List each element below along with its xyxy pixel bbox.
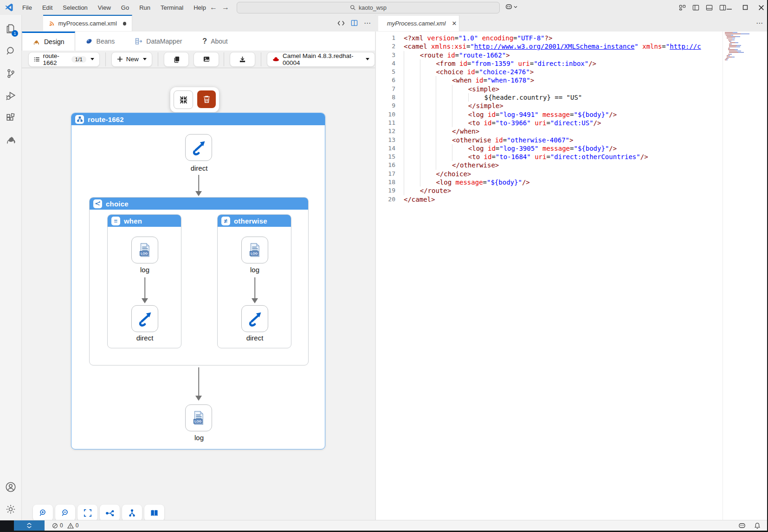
- code-line[interactable]: 9</simple>: [376, 102, 723, 110]
- code-line[interactable]: 15<to id="to-1684" uri="direct:otherCoun…: [376, 153, 723, 161]
- question-icon: ?: [202, 37, 207, 45]
- code-line[interactable]: 19</route>: [376, 186, 723, 195]
- copilot-button[interactable]: [505, 3, 517, 11]
- menu-selection[interactable]: Selection: [58, 3, 92, 13]
- customize-layout-icon[interactable]: [679, 4, 686, 11]
- toggle-panel-icon[interactable]: [706, 4, 713, 11]
- menu-run[interactable]: Run: [135, 3, 155, 13]
- code-line[interactable]: 10<log id="log-9491" message="${body}"/>: [376, 110, 723, 119]
- catalog-book-button[interactable]: [144, 505, 164, 520]
- close-button[interactable]: [758, 5, 764, 11]
- menu-help[interactable]: Help: [189, 3, 211, 13]
- explorer-icon[interactable]: 1: [0, 18, 21, 40]
- notifications-bell-icon[interactable]: [754, 522, 761, 529]
- when-container[interactable]: = when LOG log direct: [107, 214, 181, 348]
- code-line[interactable]: 4<from id="from-1359" uri="direct:inbox"…: [376, 59, 723, 68]
- choice-icon: [93, 199, 102, 208]
- code-line[interactable]: 20</camel>: [376, 195, 723, 204]
- tab-about[interactable]: ? About: [192, 32, 238, 51]
- menu-view[interactable]: View: [93, 3, 116, 13]
- copy-route-button[interactable]: [164, 52, 189, 67]
- more-actions-icon[interactable]: ⋯: [364, 19, 371, 27]
- code-line[interactable]: 11<to id="to-3966" uri="direct:US"/>: [376, 119, 723, 127]
- extensions-icon[interactable]: [0, 107, 21, 129]
- more-actions-icon[interactable]: ⋯: [756, 19, 763, 27]
- node-log-otherwise[interactable]: LOG: [241, 237, 268, 263]
- new-route-button[interactable]: New: [111, 52, 152, 67]
- remote-indicator[interactable]: [14, 520, 45, 531]
- route-container[interactable]: route-1662 direct choice: [71, 113, 325, 449]
- collapse-node-button[interactable]: [174, 90, 193, 109]
- editor-group-right-tabbar: myProcess.camel.xml ✕ ⋯: [375, 15, 767, 32]
- minimize-button[interactable]: [726, 5, 732, 11]
- zoom-in-button[interactable]: [33, 505, 53, 520]
- minimap[interactable]: [723, 32, 760, 520]
- zoom-out-button[interactable]: [55, 505, 75, 520]
- settings-gear-icon[interactable]: [0, 498, 21, 520]
- code-line[interactable]: 1<?xml version="1.0" encoding="UTF-8"?>: [376, 34, 723, 42]
- fit-to-screen-button[interactable]: [77, 505, 97, 520]
- code-line[interactable]: 14<log id="log-3905" message="${body}"/>: [376, 144, 723, 153]
- node-log-when[interactable]: LOG: [131, 237, 158, 263]
- otherwise-header[interactable]: ≠ otherwise: [218, 215, 291, 227]
- search-view-icon[interactable]: [0, 40, 21, 62]
- code-line[interactable]: 2<camel xmlns:xsi="http://www.w3.org/200…: [376, 42, 723, 51]
- menu-file[interactable]: File: [18, 3, 37, 13]
- nav-forward-icon[interactable]: →: [220, 2, 231, 13]
- split-editor-icon[interactable]: [351, 19, 358, 26]
- route-selector-button[interactable]: route-1662 1/1: [28, 52, 100, 67]
- tab-myprocess-text[interactable]: myProcess.camel.xml ✕: [378, 15, 459, 31]
- code-lines[interactable]: 1<?xml version="1.0" encoding="UTF-8"?>2…: [376, 34, 723, 204]
- node-direct-otherwise[interactable]: [241, 305, 268, 332]
- when-header[interactable]: = when: [108, 215, 181, 227]
- camel-extension-icon[interactable]: [0, 129, 21, 151]
- code-line[interactable]: 8${header.country} == "US": [376, 93, 723, 102]
- account-icon[interactable]: [0, 476, 21, 498]
- toggle-secondary-sidebar-icon[interactable]: [719, 4, 726, 11]
- line-number: 18: [376, 178, 404, 186]
- route-header[interactable]: route-1662: [71, 113, 325, 125]
- code-line[interactable]: 17</choice>: [376, 170, 723, 178]
- source-control-icon[interactable]: [0, 62, 21, 84]
- modified-dot-icon[interactable]: [123, 22, 126, 26]
- menu-terminal[interactable]: Terminal: [156, 3, 188, 13]
- node-label: log: [218, 266, 292, 274]
- menu-go[interactable]: Go: [116, 3, 134, 13]
- choice-container[interactable]: choice = when LOG log: [89, 197, 309, 365]
- vertical-layout-button[interactable]: [122, 505, 142, 520]
- copilot-status-icon[interactable]: [738, 522, 746, 529]
- code-line[interactable]: 18<log message="${body}"/>: [376, 178, 723, 186]
- export-download-button[interactable]: [230, 52, 255, 67]
- node-direct-when[interactable]: [131, 305, 158, 332]
- code-line[interactable]: 7<simple>: [376, 85, 723, 93]
- otherwise-container[interactable]: ≠ otherwise LOG log direct: [217, 214, 291, 348]
- code-line[interactable]: 5<choice id="choice-2476">: [376, 68, 723, 76]
- code-line[interactable]: 13<otherwise id="otherwise-4067">: [376, 136, 723, 144]
- tab-design[interactable]: Design: [22, 32, 75, 51]
- code-line[interactable]: 6<when id="when-1678">: [376, 76, 723, 84]
- menu-edit[interactable]: Edit: [38, 3, 57, 13]
- code-line[interactable]: 12</when>: [376, 127, 723, 135]
- node-direct-from[interactable]: [185, 134, 212, 161]
- toggle-sidebar-icon[interactable]: [692, 4, 699, 11]
- runtime-selector-button[interactable]: Camel Main 4.8.3.redhat-00004: [267, 52, 375, 67]
- xml-text-editor[interactable]: 1<?xml version="1.0" encoding="UTF-8"?>2…: [375, 32, 767, 520]
- problems-status[interactable]: 0 0: [52, 520, 78, 531]
- command-center[interactable]: kaoto_wsp: [237, 2, 500, 13]
- tab-close-icon[interactable]: ✕: [452, 20, 457, 27]
- kaoto-canvas[interactable]: route-1662 direct choice: [22, 68, 375, 520]
- choice-header[interactable]: choice: [90, 198, 308, 210]
- nav-back-icon[interactable]: ←: [208, 2, 219, 13]
- run-debug-icon[interactable]: [0, 84, 21, 107]
- node-log-final[interactable]: LOG: [185, 404, 212, 431]
- code-line[interactable]: 16</otherwise>: [376, 161, 723, 169]
- tab-myprocess-kaoto[interactable]: myProcess.camel.xml: [43, 15, 132, 31]
- tab-datamapper[interactable]: DataMapper: [125, 32, 192, 51]
- code-line[interactable]: 3<route id="route-1662">: [376, 51, 723, 59]
- delete-node-button[interactable]: [197, 90, 216, 108]
- export-image-button[interactable]: [194, 52, 219, 67]
- open-source-icon[interactable]: [337, 20, 345, 26]
- horizontal-layout-button[interactable]: [100, 505, 120, 520]
- tab-beans[interactable]: Beans: [75, 32, 125, 51]
- maximize-button[interactable]: [742, 5, 748, 10]
